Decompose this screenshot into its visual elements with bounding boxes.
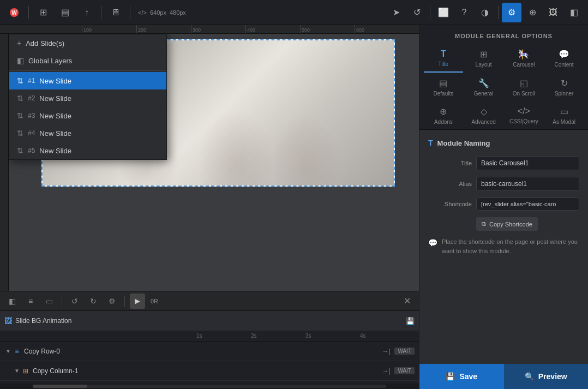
settings-btn[interactable]: ⚙ — [502, 3, 521, 22]
tab-css-jquery[interactable]: </> CSS/jQuery — [505, 102, 544, 129]
tab-spinner[interactable]: ↻ Spinner — [544, 74, 584, 101]
track-row-label: Copy Row-0 — [24, 348, 382, 355]
layers-btn[interactable]: ◧ — [564, 3, 584, 22]
track-col-expand[interactable]: ▼ — [13, 367, 21, 375]
timeline-settings-icon[interactable]: ⚙ — [104, 294, 119, 309]
ruler-mark-1s: 1s — [196, 333, 202, 339]
tab-defaults[interactable]: ▤ Defaults — [424, 74, 463, 101]
timeline-play-btn[interactable]: ▶ — [130, 294, 145, 309]
section-title-icon: T — [428, 139, 433, 147]
panel-tabs-header: MODULE GENERAL OPTIONS T Title ⊞ Layout … — [419, 25, 588, 130]
tab-general-label: General — [474, 91, 494, 97]
horizontal-ruler: 100 200 300 400 500 600 — [0, 25, 419, 34]
slide-4-item[interactable]: ⇅ #4 New Slide — [9, 124, 166, 142]
timeline-rect-icon[interactable]: ▭ — [41, 294, 57, 309]
tab-carousel[interactable]: 🎠 Carousel — [505, 45, 544, 73]
tab-on-scroll[interactable]: ◱ On Scroll — [505, 74, 544, 101]
tab-general-icon: 🔧 — [478, 78, 489, 88]
code-icon: </> — [138, 9, 147, 16]
tab-content[interactable]: 💬 Content — [544, 45, 584, 73]
tab-as-modal[interactable]: ▭ As Modal — [544, 102, 584, 129]
global-layers-item[interactable]: ◧ Global Layers — [9, 52, 166, 69]
timeline-loop-icon[interactable]: ↻ — [86, 294, 101, 309]
help-btn[interactable]: ? — [454, 3, 474, 22]
tab-spinner-label: Spinner — [555, 91, 573, 97]
tab-defaults-label: Defaults — [434, 91, 454, 97]
slide-canvas[interactable]: + Add Slide(s) ◧ Global Layers ⇅ #1 New … — [9, 34, 419, 291]
save-icon: 💾 — [446, 372, 455, 381]
tab-title[interactable]: T Title — [424, 45, 463, 73]
track-col-arrow: →| — [382, 367, 390, 375]
contrast-btn[interactable]: ◑ — [475, 3, 495, 22]
title-input[interactable] — [476, 156, 579, 170]
ruler-tick-600: 600 — [355, 25, 364, 33]
panel-tabs-grid: T Title ⊞ Layout 🎠 Carousel 💬 Content — [424, 45, 584, 129]
panel-content: T Module Naming Title Alias Shortcode [r… — [419, 130, 588, 364]
track-copy-row-0[interactable]: ▼ ≡ Copy Row-0 →| WAIT — [0, 342, 419, 361]
track-row-arrow: →| — [382, 348, 390, 355]
dropdown-separator — [9, 70, 166, 71]
copy-shortcode-btn[interactable]: ⧉ Copy Shortcode — [476, 217, 538, 231]
track-row-expand[interactable]: ▼ — [4, 348, 12, 355]
tab-advanced[interactable]: ◇ Advanced — [464, 102, 503, 129]
scrollbar-track — [33, 385, 386, 388]
wordpress-icon-btn[interactable]: W — [4, 3, 24, 22]
timeline-close-btn[interactable]: ✕ — [399, 294, 415, 309]
tab-layout[interactable]: ⊞ Layout — [464, 45, 503, 73]
puzzle-btn[interactable]: ⊕ — [523, 3, 542, 22]
image-mgr-btn[interactable]: 🖼 — [543, 3, 563, 22]
slide-bg-save-icon[interactable]: 💾 — [406, 317, 415, 325]
grid-view-btn[interactable]: ⊞ — [33, 3, 53, 22]
timeline-time-label: 0R — [151, 298, 158, 304]
slide-1-item[interactable]: ⇅ #1 New Slide — [9, 72, 166, 89]
track-copy-column-1[interactable]: ▼ ⊞ Copy Column-1 →| WAIT — [0, 361, 419, 381]
save-btn[interactable]: 💾 Save — [419, 364, 504, 389]
add-slide-item[interactable]: + Add Slide(s) — [9, 34, 166, 52]
tab-title-label: Title — [439, 61, 449, 67]
scrollbar-thumb[interactable] — [33, 385, 87, 388]
size-display: </> 640px 480px — [138, 9, 186, 16]
alias-input[interactable] — [476, 177, 579, 191]
tab-content-icon: 💬 — [559, 49, 569, 59]
slide-2-reorder-icon: ⇅ — [17, 94, 23, 103]
slide-2-number: #2 — [28, 94, 35, 102]
timeline-ruler-row: 1s 2s 3s 4s — [0, 331, 419, 342]
timeline-layers-icon[interactable]: ◧ — [4, 294, 20, 309]
toolbar-separator-5 — [498, 6, 499, 19]
toolbar-separator-4 — [430, 6, 430, 19]
upload-btn[interactable]: ↑ — [77, 3, 97, 22]
title-field-row: Title — [428, 156, 579, 170]
slide-1-reorder-icon: ⇅ — [17, 76, 23, 85]
tab-addons-label: Addons — [434, 119, 453, 125]
shortcode-value: [rev_slider alias="basic-caro — [476, 198, 579, 211]
slide-bg-row: 🖼 Slide BG Animation 💾 — [0, 311, 419, 331]
tab-addons[interactable]: ⊕ Addons — [424, 102, 463, 129]
track-col-label: Copy Column-1 — [33, 367, 382, 375]
monitor-btn[interactable]: ⬜ — [434, 3, 453, 22]
toolbar-right: ➤ ↺ ⬜ ? ◑ ⚙ ⊕ 🖼 ◧ — [386, 3, 584, 22]
slide-2-item[interactable]: ⇅ #2 New Slide — [9, 89, 166, 107]
media-btn[interactable]: ▤ — [55, 3, 75, 22]
preview-btn[interactable]: 🔍 Preview — [504, 364, 589, 389]
alias-field-label: Alias — [428, 181, 472, 187]
track-row-badge: WAIT — [394, 348, 415, 355]
slide-5-item[interactable]: ⇅ #5 New Slide — [9, 142, 166, 159]
pointer-btn[interactable]: ➤ — [386, 3, 406, 22]
tab-general[interactable]: 🔧 General — [464, 74, 503, 101]
slide-3-label: New Slide — [39, 112, 71, 120]
slide-4-label: New Slide — [39, 129, 71, 137]
desktop-view-btn[interactable]: 🖥 — [106, 3, 125, 22]
undo-btn[interactable]: ↺ — [407, 3, 427, 22]
slide-dropdown-menu: + Add Slide(s) ◧ Global Layers ⇅ #1 New … — [9, 34, 167, 160]
timeline-tracks: ▼ ≡ Copy Row-0 →| WAIT ▼ ⊞ Copy Column-1… — [0, 342, 419, 384]
help-text: Place the shortcode on the page or post … — [442, 237, 579, 255]
timeline-scrollbar[interactable] — [0, 384, 419, 389]
timeline-list-icon[interactable]: ≡ — [23, 294, 38, 309]
slide-3-item[interactable]: ⇅ #3 New Slide — [9, 107, 166, 124]
tab-carousel-icon: 🎠 — [518, 49, 529, 59]
timeline-revert-icon[interactable]: ↺ — [67, 294, 82, 309]
canvas-area: 100 200 300 400 500 600 — [0, 25, 419, 389]
wordpress-icon: W — [9, 8, 19, 17]
tab-defaults-icon: ▤ — [439, 78, 447, 88]
right-panel: MODULE GENERAL OPTIONS T Title ⊞ Layout … — [419, 25, 588, 389]
